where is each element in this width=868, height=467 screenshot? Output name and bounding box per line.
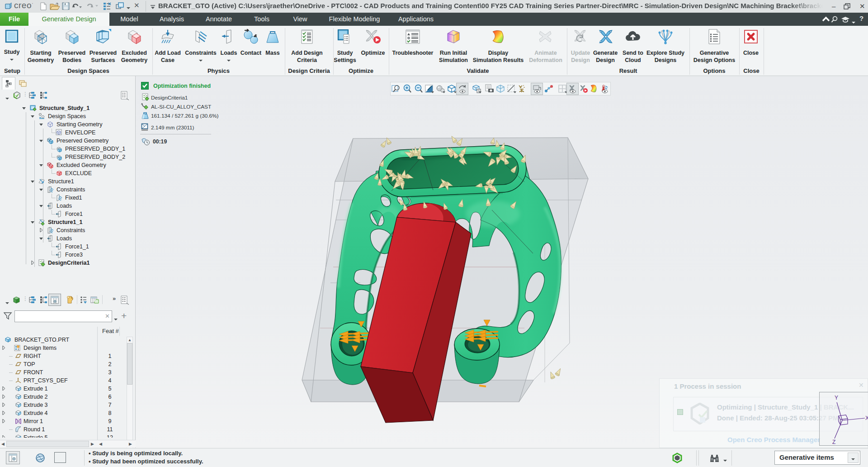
svg-text:Z: Z: [832, 439, 835, 445]
svg-text:X: X: [865, 415, 868, 421]
svg-text:Y: Y: [835, 395, 838, 401]
